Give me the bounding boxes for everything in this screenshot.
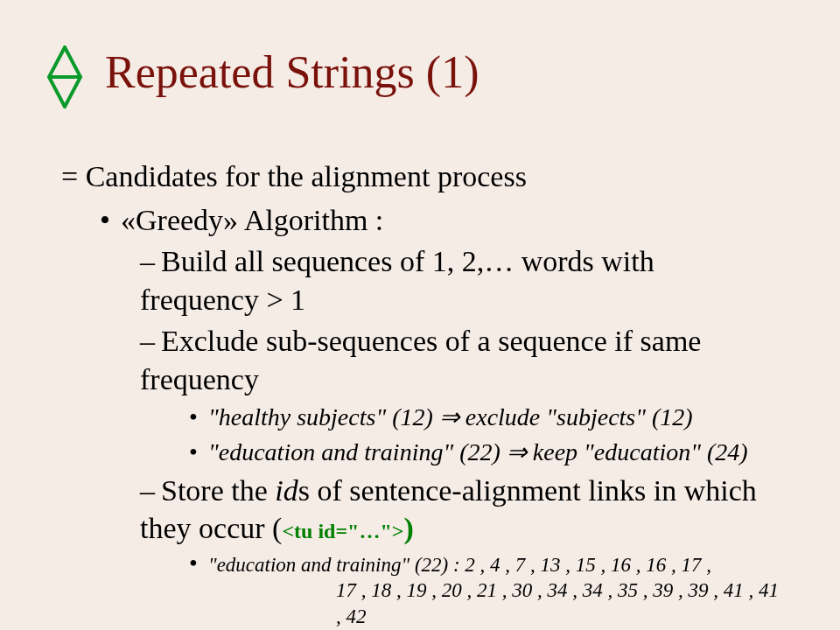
title-row: Repeated Strings (1) [46,42,779,112]
bullet-dot-icon: • [189,551,208,576]
bullet-dot-icon: • [189,440,208,465]
edukeep-text: "education and training" (22) ⇒ keep "ed… [208,438,748,466]
healthy-text: "healthy subjects" (12) ⇒ exclude "subje… [208,403,693,430]
bullet-dot-icon: • [100,201,121,240]
example-b: 17 , 18 , 19 , 20 , 21 , 30 , 34 , 34 , … [336,578,779,629]
tuid-text: <tu id="…"> [282,520,403,542]
edukeep-line: •"education and training" (22) ⇒ keep "e… [189,437,779,468]
slide: Repeated Strings (1) = Candidates for th… [0,0,840,630]
diamond-icon [46,46,84,112]
ids-word: id [275,474,298,507]
candidates-line: = Candidates for the alignment process [61,158,779,196]
greedy-text: «Greedy» Algorithm : [121,204,383,236]
build-text: Build all sequences of 1, 2,… words with… [140,245,654,316]
example-a: "education and training" (22) : 2 , 4 , … [208,554,711,576]
slide-title: Repeated Strings (1) [105,47,479,97]
exclude-line: –Exclude sub-sequences of a sequence if … [140,322,779,398]
bullet-dash-icon: – [140,242,161,281]
build-line: –Build all sequences of 1, 2,… words wit… [140,242,779,318]
store-close: ) [403,512,413,544]
greedy-line: •«Greedy» Algorithm : [100,201,779,240]
bullet-dash-icon: – [140,322,161,360]
example-line: •"education and training" (22) : 2 , 4 ,… [189,551,779,629]
bullet-dot-icon: • [189,405,208,430]
slide-content: = Candidates for the alignment process •… [61,158,779,629]
bullet-dash-icon: – [140,472,161,510]
store-text-a: Store the [161,474,275,507]
store-line: –Store the ids of sentence-alignment lin… [140,472,779,548]
exclude-text: Exclude sub-sequences of a sequence if s… [140,325,701,396]
healthy-line: •"healthy subjects" (12) ⇒ exclude "subj… [189,402,779,433]
